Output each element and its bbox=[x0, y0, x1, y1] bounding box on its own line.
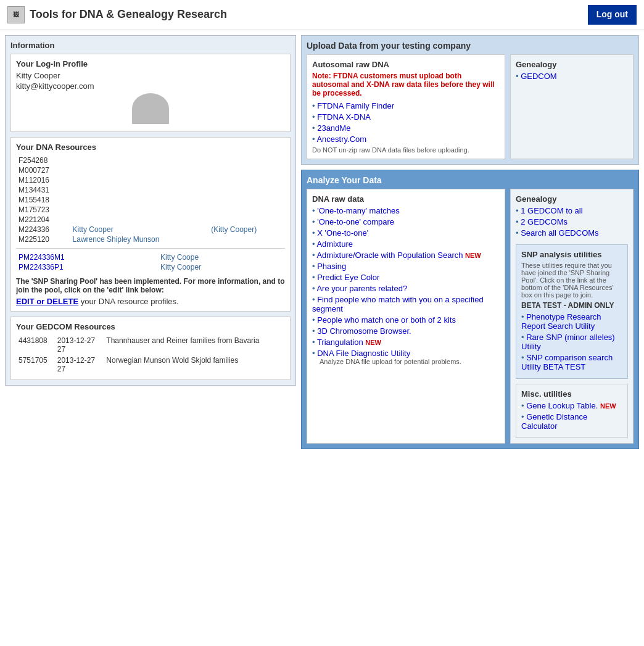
analyze-dna-link[interactable]: Triangulation bbox=[317, 337, 363, 347]
list-item: Ancestry.Com bbox=[312, 135, 500, 144]
upload-link[interactable]: FTDNA X-DNA bbox=[317, 112, 371, 122]
analyze-dna-link[interactable]: 'One-to-many' matches bbox=[317, 206, 400, 215]
analyze-dna-link[interactable]: Admixture/Oracle with Population Search bbox=[316, 251, 463, 260]
gedcom-table: 4431808 2013-12-2727 Thannhauser and Rei… bbox=[16, 335, 285, 375]
analyze-dna-title: DNA raw data bbox=[312, 194, 500, 204]
analyze-genealogy-column: Genealogy 1 GEDCOM to all2 GEDCOMsSearch… bbox=[510, 189, 634, 444]
kit-alias bbox=[208, 175, 285, 185]
kit-name bbox=[70, 155, 209, 165]
upload-dna-title: Autosomal raw DNA bbox=[312, 60, 500, 69]
kit-id: M155418 bbox=[16, 195, 70, 205]
upload-link[interactable]: FTDNA Family Finder bbox=[317, 101, 394, 110]
profile-box: Your Log-in Profile Kitty Cooper kitty@k… bbox=[10, 54, 291, 132]
left-panel: Information Your Log-in Profile Kitty Co… bbox=[5, 35, 301, 449]
kit-name bbox=[70, 205, 209, 215]
analyze-dna-link[interactable]: Find people who match with you on a spec… bbox=[312, 295, 484, 313]
analyze-dna-link[interactable]: Predict Eye Color bbox=[317, 273, 379, 282]
list-item: PM224336P1 Kitty Cooper bbox=[16, 262, 285, 272]
logout-button[interactable]: Log out bbox=[588, 5, 637, 25]
upload-note: Do NOT un-zip raw DNA data files before … bbox=[312, 146, 500, 154]
analyze-section: Analyze Your Data DNA raw data 'One-to-m… bbox=[301, 170, 639, 449]
kit-id: M221204 bbox=[16, 215, 70, 225]
analyze-dna-link[interactable]: Admixture bbox=[316, 239, 353, 249]
gedcom-id: 4431808 bbox=[16, 335, 55, 355]
analyze-genealogy-link[interactable]: 1 GEDCOM to all bbox=[521, 206, 582, 215]
pm-kits-table: PM224336M1 Kitty Coope PM224336P1 Kitty … bbox=[16, 252, 285, 272]
list-item: M155418 bbox=[16, 195, 285, 205]
analyze-dna-link[interactable]: 'One-to-one' compare bbox=[317, 217, 394, 226]
analyze-genealogy-link[interactable]: Search all GEDCOMs bbox=[521, 228, 598, 238]
list-item: FTDNA Family Finder bbox=[312, 101, 500, 110]
analyze-genealogy-links-list: 1 GEDCOM to all2 GEDCOMsSearch all GEDCO… bbox=[516, 206, 628, 238]
table-row: 5751705 2013-12-2727 Norwegian Munson Wo… bbox=[16, 355, 285, 375]
kit-alias bbox=[208, 234, 285, 244]
list-item: M112016 bbox=[16, 175, 285, 185]
list-item: M000727 bbox=[16, 165, 285, 175]
gedcom-box: Your GEDCOM Resources 4431808 2013-12-27… bbox=[10, 317, 291, 380]
upload-title: Upload Data from your testing company bbox=[307, 41, 634, 51]
gedcom-date: 2013-12-2727 bbox=[55, 335, 104, 355]
list-item: Find people who match with you on a spec… bbox=[312, 295, 500, 313]
information-section: Information Your Log-in Profile Kitty Co… bbox=[5, 35, 296, 386]
snp-analysis-link[interactable]: SNP comparison search Utility BETA TEST bbox=[521, 353, 613, 371]
kit-name[interactable]: Kitty Cooper bbox=[70, 225, 209, 234]
kit-alias bbox=[208, 155, 285, 165]
pm-kit-id[interactable]: PM224336P1 bbox=[16, 262, 158, 272]
kit-alias: (Kitty Cooper) bbox=[208, 225, 285, 234]
snp-analysis-link[interactable]: Phenotype Research Report Search Utility bbox=[521, 312, 601, 331]
kit-name bbox=[70, 165, 209, 175]
list-item: 'One-to-one' compare bbox=[312, 217, 500, 226]
analyze-dna-link[interactable]: 3D Chromosome Browser. bbox=[317, 326, 411, 336]
right-panel: Upload Data from your testing company Au… bbox=[301, 35, 639, 449]
kit-id: M134431 bbox=[16, 185, 70, 195]
list-item: 3D Chromosome Browser. bbox=[312, 326, 500, 336]
snp-analysis-link[interactable]: Rare SNP (minor alleles) Utility bbox=[521, 333, 615, 351]
kit-alias bbox=[208, 215, 285, 225]
kit-alias bbox=[208, 195, 285, 205]
analyze-dna-link[interactable]: DNA File Diagnostic Utility bbox=[317, 349, 410, 358]
upload-inner: Autosomal raw DNA Note: FTDNA customers … bbox=[307, 54, 634, 159]
pm-kit-id[interactable]: PM224336M1 bbox=[16, 252, 158, 262]
profile-email: kitty@kittycooper.com bbox=[16, 81, 285, 91]
upload-link[interactable]: Ancestry.Com bbox=[316, 135, 366, 144]
app-icon: 🖼 bbox=[7, 6, 25, 23]
list-item: X 'One-to-one' bbox=[312, 228, 500, 238]
new-badge: NEW bbox=[600, 402, 616, 410]
analyze-dna-link[interactable]: Phasing bbox=[317, 262, 346, 271]
dna-kits-table: F254268 M000727 M112016 M134431 M155418 … bbox=[16, 155, 285, 244]
table-row: 4431808 2013-12-2727 Thannhauser and Rei… bbox=[16, 335, 285, 355]
kit-id: M175723 bbox=[16, 205, 70, 215]
snp-analysis-title: SNP analysis utilities bbox=[521, 250, 622, 259]
list-item: SNP comparison search Utility BETA TEST bbox=[521, 353, 622, 371]
list-item: Gene Lookup Table. NEW bbox=[521, 401, 622, 410]
kit-name bbox=[70, 215, 209, 225]
edit-link-row: EDIT or DELETE your DNA resource profile… bbox=[16, 297, 285, 306]
kit-name bbox=[70, 195, 209, 205]
upload-genealogy-link[interactable]: GEDCOM bbox=[521, 72, 557, 81]
misc-link[interactable]: Genetic Distance Calculator bbox=[521, 412, 587, 431]
list-item: M224336 Kitty Cooper (Kitty Cooper) bbox=[16, 225, 285, 234]
analyze-dna-links-list: 'One-to-many' matches'One-to-one' compar… bbox=[312, 206, 500, 365]
list-item: Genetic Distance Calculator bbox=[521, 412, 622, 431]
analyze-dna-link[interactable]: People who match one or both of 2 kits bbox=[317, 315, 456, 325]
list-item: 1 GEDCOM to all bbox=[516, 206, 628, 215]
edit-delete-link[interactable]: EDIT or DELETE bbox=[16, 297, 78, 306]
upload-link[interactable]: 23andMe bbox=[317, 123, 350, 133]
analyze-title: Analyze Your Data bbox=[307, 175, 634, 185]
list-item: 23andMe bbox=[312, 123, 500, 133]
misc-title: Misc. utilities bbox=[521, 389, 622, 399]
list-item: M175723 bbox=[16, 205, 285, 215]
kit-name[interactable]: Lawrence Shipley Munson bbox=[70, 234, 209, 244]
analyze-genealogy-title: Genealogy bbox=[516, 194, 628, 204]
analyze-genealogy-link[interactable]: 2 GEDCOMs bbox=[521, 217, 568, 226]
header-title-group: 🖼 Tools for DNA & Genealogy Research bbox=[7, 6, 227, 23]
gedcom-date: 2013-12-2727 bbox=[55, 355, 104, 375]
misc-link[interactable]: Gene Lookup Table. bbox=[526, 401, 598, 410]
avatar bbox=[132, 93, 169, 124]
pm-kit-name: Kitty Coope bbox=[158, 252, 285, 262]
analyze-dna-link[interactable]: Are your parents related? bbox=[316, 284, 407, 293]
snp-notice-text: The 'SNP Sharing Pool' has been implemen… bbox=[16, 277, 285, 294]
analyze-dna-link[interactable]: X 'One-to-one' bbox=[317, 228, 368, 238]
beta-badge: BETA TEST - ADMIN ONLY bbox=[521, 301, 622, 310]
list-item: Predict Eye Color bbox=[312, 273, 500, 282]
